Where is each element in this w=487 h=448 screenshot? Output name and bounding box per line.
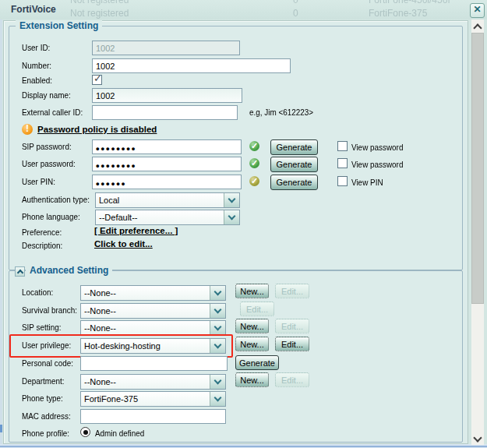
sip-setting-select[interactable]: --None-- (80, 320, 226, 336)
edit-preference-link[interactable]: [ Edit preference... ] (94, 226, 178, 235)
mac-address-field[interactable] (80, 409, 226, 424)
scrollbar-down-icon[interactable] (471, 432, 484, 445)
page-right-edge (484, 19, 487, 444)
pin-generate-button[interactable]: Generate (270, 175, 318, 190)
password-policy-link[interactable]: Password policy is disabled (37, 125, 157, 134)
background-ghost-text: Not registered (70, 8, 129, 19)
department-label: Department: (22, 376, 64, 386)
mac-address-label: MAC address: (22, 411, 71, 421)
survival-branch-edit-button: Edit... (240, 302, 274, 316)
chevron-down-icon[interactable] (224, 193, 239, 207)
view-user-password-label: View password (351, 160, 403, 169)
pin-status-icon: ✓ (249, 176, 259, 186)
view-sip-password-checkbox[interactable] (337, 141, 348, 151)
sip-generate-button[interactable]: Generate (270, 139, 318, 155)
sip-password-label: SIP password: (22, 142, 72, 151)
chevron-down-icon[interactable] (210, 375, 225, 389)
scrollbar[interactable] (471, 19, 484, 445)
personal-code-generate-button[interactable]: Generate (235, 355, 279, 370)
personal-code-field[interactable] (80, 356, 228, 371)
background-ghost-text: 0 (293, 0, 298, 5)
enabled-label: Enabled: (22, 76, 52, 85)
number-field[interactable]: 1002 (92, 58, 291, 73)
background-ghost-text: FortiFone-375 (369, 8, 427, 19)
warning-icon: ! (22, 124, 33, 135)
location-label: Location: (22, 287, 53, 297)
page-left-tick (0, 425, 2, 432)
chevron-down-icon[interactable] (224, 210, 239, 224)
location-select[interactable]: --None-- (80, 285, 226, 301)
chevron-down-icon[interactable] (210, 321, 225, 335)
location-new-button[interactable]: New... (235, 284, 269, 298)
authentication-type-label: Authentication type: (22, 195, 90, 204)
sip-setting-edit-button: Edit... (275, 319, 309, 333)
view-user-password-checkbox[interactable] (337, 158, 348, 168)
chevron-down-icon[interactable] (210, 286, 225, 300)
phone-language-label: Phone language: (22, 212, 80, 221)
description-edit-link[interactable]: Click to edit... (94, 239, 153, 249)
personal-code-label: Personal code: (22, 358, 73, 368)
user-privilege-select[interactable]: Hot-desking-hosting (80, 338, 226, 354)
phone-type-select[interactable]: FortiFone-375 (80, 391, 226, 407)
admin-defined-label: Admin defined (95, 429, 144, 438)
display-name-field[interactable]: 1002 (92, 88, 242, 103)
chevron-down-icon[interactable] (210, 304, 225, 318)
chevron-down-icon[interactable] (210, 339, 225, 353)
close-icon[interactable]: ✕ (470, 3, 485, 18)
phone-type-label: Phone type: (22, 393, 63, 403)
admin-defined-radio[interactable] (80, 427, 90, 437)
view-pin-checkbox[interactable] (337, 176, 348, 186)
page-bottom-line (0, 446, 487, 447)
sip-password-field[interactable]: •••••••• (92, 139, 242, 154)
external-caller-id-field[interactable] (92, 105, 238, 120)
extension-setting-title: Extension Setting (16, 20, 102, 31)
department-new-button[interactable]: New... (235, 372, 269, 387)
user-pin-field[interactable]: •••••• (92, 175, 242, 189)
scrollbar-thumb[interactable] (471, 33, 484, 304)
background-ghost-text: 0 (293, 8, 298, 19)
chevron-down-icon[interactable] (210, 392, 225, 406)
location-edit-button: Edit... (275, 284, 309, 298)
background-ghost-text: FortiFone-456i/456f (369, 0, 450, 5)
view-pin-label: View PIN (351, 178, 383, 187)
page-left-edge (0, 19, 2, 448)
user-password-generate-button[interactable]: Generate (270, 157, 318, 172)
window-title: FortiVoice (11, 4, 56, 15)
department-select[interactable]: --None-- (80, 374, 226, 390)
preference-label: Preference: (22, 228, 62, 237)
user-password-field[interactable]: •••••••• (92, 157, 242, 171)
phone-profile-label: Phone profile: (22, 429, 69, 438)
title-bar: Not registered 0 FortiFone-456i/456f Not… (0, 0, 487, 19)
authentication-type-select[interactable]: Local (95, 192, 240, 208)
survival-branch-select[interactable]: --None-- (80, 303, 226, 319)
enabled-checkbox[interactable]: ✓ (92, 75, 102, 85)
description-label: Description: (22, 241, 62, 250)
number-label: Number: (22, 61, 51, 70)
user-privilege-new-button[interactable]: New... (235, 337, 269, 351)
background-ghost-text: Not registered (70, 0, 129, 5)
external-caller-id-hint: e.g, Jim <612223> (249, 108, 313, 117)
external-caller-id-label: External caller ID: (22, 108, 83, 117)
password-ok-icon: ✓ (249, 141, 259, 151)
user-password-label: User password: (22, 159, 76, 168)
sip-setting-new-button[interactable]: New... (235, 319, 269, 333)
user-id-label: User ID: (22, 43, 50, 52)
view-sip-password-label: View password (351, 143, 403, 152)
survival-branch-label: Survival branch: (22, 305, 77, 315)
advanced-setting-title: Advanced Setting (26, 265, 112, 276)
display-name-label: Display name: (22, 90, 71, 100)
user-privilege-label: User privilege: (22, 340, 71, 350)
collapse-icon[interactable] (15, 266, 25, 277)
sip-setting-label: SIP setting: (22, 323, 61, 332)
scrollbar-up-icon[interactable] (471, 19, 484, 33)
phone-language-select[interactable]: --Default-- (95, 210, 240, 225)
password-ok-icon: ✓ (249, 158, 259, 168)
department-edit-button: Edit... (275, 372, 309, 387)
user-privilege-edit-button[interactable]: Edit... (275, 337, 309, 351)
user-pin-label: User PIN: (22, 177, 55, 186)
user-id-field: 1002 (92, 41, 240, 55)
